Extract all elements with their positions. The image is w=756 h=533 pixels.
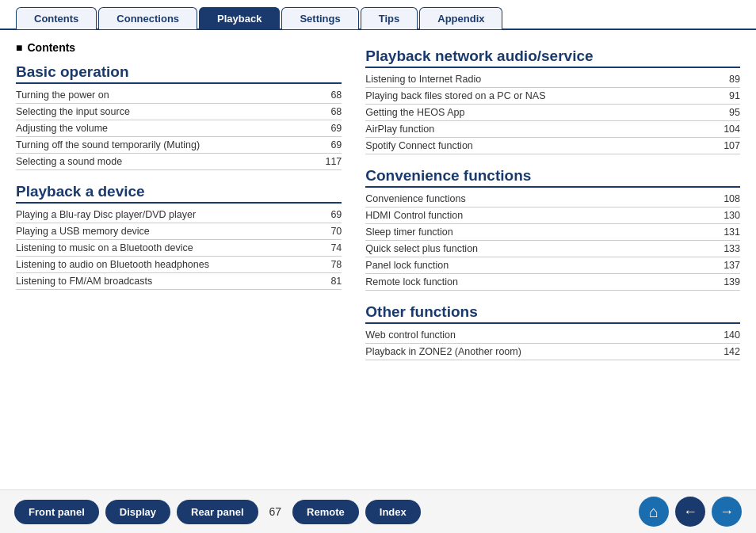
toc-row: Adjusting the volume69 [16,120,342,137]
toc-label: Playing a USB memory device [16,226,324,237]
nav-tab-settings[interactable]: Settings [281,7,358,29]
toc-row: Convenience functions108 [365,191,740,207]
toc-page: 108 [724,193,740,204]
toc-page: 131 [724,227,740,238]
toc-label: Quick select plus function [365,243,717,254]
playback-device-title: Playback a device [16,183,342,204]
toc-page: 69 [330,123,342,134]
front-panel-button[interactable]: Front panel [14,500,99,524]
convenience-title: Convenience functions [365,167,740,188]
toc-label: HDMI Control function [365,210,717,221]
toc-label: Sleep timer function [365,227,717,238]
toc-row: Getting the HEOS App95 [365,105,740,121]
toc-label: Selecting a sound mode [16,156,319,167]
convenience-section: Convenience functions108HDMI Control fun… [365,191,740,291]
toc-row: Playing a Blu-ray Disc player/DVD player… [16,207,342,223]
toc-label: Convenience functions [365,193,717,204]
toc-row: Listening to FM/AM broadcasts81 [16,273,342,290]
toc-label: Listening to Internet Radio [365,74,723,85]
toc-row: HDMI Control function130 [365,207,740,224]
nav-tab-contents[interactable]: Contents [16,7,97,29]
toc-label: Getting the HEOS App [365,107,723,118]
playback-device-section: Playing a Blu-ray Disc player/DVD player… [16,207,342,290]
page-number: 67 [269,505,282,518]
index-button[interactable]: Index [365,500,421,524]
toc-label: Web control function [365,329,717,341]
toc-page: 140 [724,329,740,341]
forward-icon-button[interactable]: → [712,497,742,527]
toc-row: Listening to music on a Bluetooth device… [16,240,342,257]
toc-row: Selecting a sound mode117 [16,154,342,170]
remote-button[interactable]: Remote [292,500,359,524]
nav-tab-tips[interactable]: Tips [361,7,418,29]
nav-tab-connections[interactable]: Connections [98,7,197,29]
toc-page: 70 [330,226,342,237]
toc-row: Remote lock function139 [365,274,740,291]
toc-page: 117 [325,156,342,167]
toc-label: Playing back files stored on a PC or NAS [365,90,723,101]
toc-page: 130 [724,210,740,221]
toc-row: Turning off the sound temporarily (Mutin… [16,137,342,154]
left-column: Contents Basic operation Turning the pow… [16,41,342,474]
toc-page: 142 [724,346,740,357]
nav-tab-appendix[interactable]: Appendix [419,7,502,29]
toc-row: Listening to audio on Bluetooth headphon… [16,257,342,273]
toc-page: 91 [729,90,740,101]
toc-page: 89 [729,74,740,85]
toc-label: Listening to FM/AM broadcasts [16,276,324,287]
right-column: Playback network audio/service Listening… [365,41,740,474]
network-audio-title: Playback network audio/service [365,48,740,68]
basic-operation-section: Turning the power on68Selecting the inpu… [16,87,342,170]
toc-row: Panel lock function137 [365,257,740,274]
toc-row: Web control function140 [365,327,740,344]
toc-label: Spotify Connect function [365,140,717,151]
toc-label: Turning the power on [16,89,324,101]
toc-page: 68 [330,89,342,101]
rear-panel-button[interactable]: Rear panel [177,500,258,524]
toc-page: 74 [330,242,342,253]
back-icon-button[interactable]: ← [675,497,705,527]
toc-page: 107 [724,140,740,151]
toc-page: 69 [330,139,342,150]
toc-label: Adjusting the volume [16,123,324,134]
toc-page: 78 [330,259,342,270]
top-nav: ContentsConnectionsPlaybackSettingsTipsA… [0,0,756,30]
basic-operation-title: Basic operation [16,63,342,84]
toc-page: 95 [729,107,740,118]
toc-row: Spotify Connect function107 [365,138,740,154]
toc-row: AirPlay function104 [365,121,740,138]
toc-page: 133 [724,243,740,254]
toc-row: Sleep timer function131 [365,224,740,241]
display-button[interactable]: Display [105,500,170,524]
toc-row: Listening to Internet Radio89 [365,71,740,88]
toc-page: 139 [724,276,740,287]
main-content: Contents Basic operation Turning the pow… [0,30,756,482]
toc-row: Playing a USB memory device70 [16,223,342,240]
contents-heading: Contents [16,41,342,54]
other-section: Web control function140Playback in ZONE2… [365,327,740,360]
other-functions-title: Other functions [365,303,740,324]
toc-label: Playing a Blu-ray Disc player/DVD player [16,209,324,220]
toc-page: 68 [330,106,342,117]
toc-label: Selecting the input source [16,106,324,117]
toc-row: Quick select plus function133 [365,241,740,257]
toc-label: Panel lock function [365,260,717,271]
toc-page: 137 [724,260,740,271]
toc-label: AirPlay function [365,124,717,135]
nav-tab-playback[interactable]: Playback [199,7,280,29]
toc-label: Listening to audio on Bluetooth headphon… [16,259,324,270]
bottom-bar: Front panelDisplayRear panel67RemoteInde… [0,489,756,533]
toc-label: Listening to music on a Bluetooth device [16,242,324,253]
toc-page: 69 [330,209,342,220]
toc-row: Selecting the input source68 [16,104,342,120]
toc-row: Playback in ZONE2 (Another room)142 [365,344,740,360]
toc-label: Remote lock function [365,276,717,287]
toc-label: Turning off the sound temporarily (Mutin… [16,139,324,150]
network-audio-section: Listening to Internet Radio89Playing bac… [365,71,740,154]
toc-page: 81 [330,276,342,287]
home-icon-button[interactable]: ⌂ [639,497,669,527]
toc-row: Turning the power on68 [16,87,342,104]
toc-label: Playback in ZONE2 (Another room) [365,346,717,357]
toc-page: 104 [724,124,740,135]
toc-row: Playing back files stored on a PC or NAS… [365,88,740,105]
